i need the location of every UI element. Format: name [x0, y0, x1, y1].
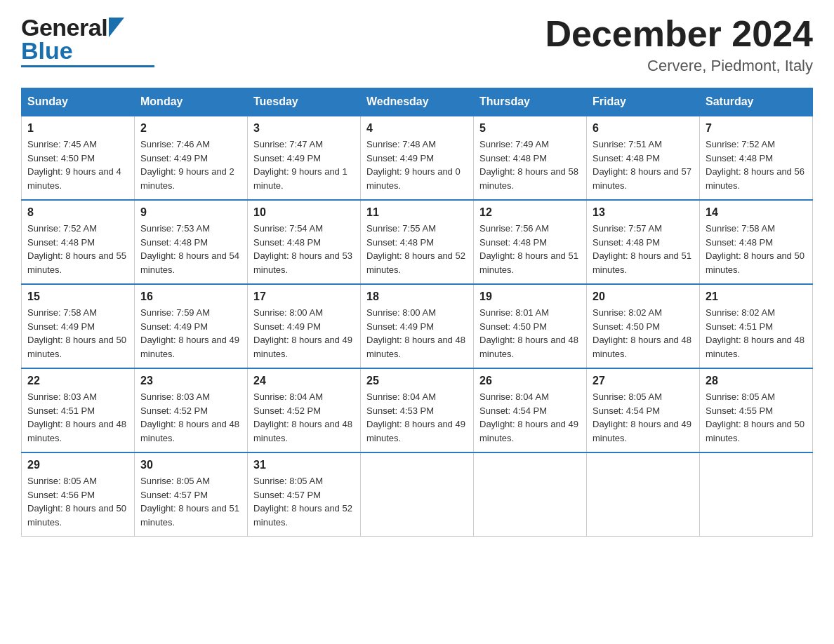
calendar-cell: 14 Sunrise: 7:58 AM Sunset: 4:48 PM Dayl…: [700, 200, 813, 284]
day-number: 5: [479, 122, 581, 135]
day-info: Sunrise: 8:05 AM Sunset: 4:54 PM Dayligh…: [593, 391, 691, 443]
day-number: 31: [253, 459, 355, 471]
day-number: 15: [27, 290, 128, 303]
day-number: 29: [27, 459, 128, 471]
col-tuesday: Tuesday: [248, 88, 361, 116]
calendar-cell: 1 Sunrise: 7:45 AM Sunset: 4:50 PM Dayli…: [22, 116, 135, 200]
day-number: 2: [140, 122, 241, 135]
logo-blue-text: Blue: [21, 37, 73, 64]
calendar-cell: 23 Sunrise: 8:03 AM Sunset: 4:52 PM Dayl…: [135, 368, 248, 452]
calendar-cell: [587, 452, 700, 537]
day-info: Sunrise: 8:02 AM Sunset: 4:50 PM Dayligh…: [593, 307, 691, 359]
calendar-cell: 6 Sunrise: 7:51 AM Sunset: 4:48 PM Dayli…: [587, 116, 700, 200]
day-number: 23: [140, 375, 241, 387]
calendar-title: December 2024: [545, 14, 813, 54]
calendar-cell: 15 Sunrise: 7:58 AM Sunset: 4:49 PM Dayl…: [22, 284, 135, 368]
day-info: Sunrise: 7:52 AM Sunset: 4:48 PM Dayligh…: [27, 223, 126, 275]
day-info: Sunrise: 7:56 AM Sunset: 4:48 PM Dayligh…: [479, 223, 578, 275]
calendar-cell: 31 Sunrise: 8:05 AM Sunset: 4:57 PM Dayl…: [248, 452, 361, 537]
day-number: 22: [27, 375, 128, 387]
col-thursday: Thursday: [474, 88, 587, 116]
calendar-table: Sunday Monday Tuesday Wednesday Thursday…: [21, 88, 813, 537]
calendar-cell: 29 Sunrise: 8:05 AM Sunset: 4:56 PM Dayl…: [22, 452, 135, 537]
day-info: Sunrise: 7:52 AM Sunset: 4:48 PM Dayligh…: [706, 139, 805, 191]
logo: General Blue: [21, 14, 154, 67]
calendar-cell: 22 Sunrise: 8:03 AM Sunset: 4:51 PM Dayl…: [22, 368, 135, 452]
calendar-cell: [361, 452, 474, 537]
calendar-cell: 19 Sunrise: 8:01 AM Sunset: 4:50 PM Dayl…: [474, 284, 587, 368]
calendar-week-row: 15 Sunrise: 7:58 AM Sunset: 4:49 PM Dayl…: [22, 284, 813, 368]
calendar-cell: 17 Sunrise: 8:00 AM Sunset: 4:49 PM Dayl…: [248, 284, 361, 368]
calendar-header-row: Sunday Monday Tuesday Wednesday Thursday…: [22, 88, 813, 116]
day-number: 4: [366, 122, 468, 135]
svg-marker-0: [109, 18, 124, 37]
day-info: Sunrise: 8:05 AM Sunset: 4:55 PM Dayligh…: [706, 391, 805, 443]
calendar-subtitle: Cervere, Piedmont, Italy: [545, 57, 813, 75]
day-number: 28: [706, 375, 807, 387]
day-info: Sunrise: 8:03 AM Sunset: 4:51 PM Dayligh…: [27, 391, 126, 443]
day-info: Sunrise: 8:04 AM Sunset: 4:52 PM Dayligh…: [253, 391, 352, 443]
day-number: 3: [253, 122, 355, 135]
day-number: 27: [593, 375, 694, 387]
day-info: Sunrise: 8:04 AM Sunset: 4:53 PM Dayligh…: [366, 391, 465, 443]
day-number: 16: [140, 290, 241, 303]
calendar-cell: 3 Sunrise: 7:47 AM Sunset: 4:49 PM Dayli…: [248, 116, 361, 200]
day-number: 12: [479, 206, 581, 219]
day-info: Sunrise: 7:46 AM Sunset: 4:49 PM Dayligh…: [140, 139, 234, 191]
logo-arrow-icon: [109, 18, 124, 37]
day-number: 11: [366, 206, 468, 219]
day-number: 26: [479, 375, 581, 387]
calendar-cell: 28 Sunrise: 8:05 AM Sunset: 4:55 PM Dayl…: [700, 368, 813, 452]
day-info: Sunrise: 8:01 AM Sunset: 4:50 PM Dayligh…: [479, 307, 578, 359]
day-info: Sunrise: 7:49 AM Sunset: 4:48 PM Dayligh…: [479, 139, 578, 191]
col-wednesday: Wednesday: [361, 88, 474, 116]
day-number: 10: [253, 206, 355, 219]
calendar-week-row: 1 Sunrise: 7:45 AM Sunset: 4:50 PM Dayli…: [22, 116, 813, 200]
calendar-cell: 11 Sunrise: 7:55 AM Sunset: 4:48 PM Dayl…: [361, 200, 474, 284]
calendar-cell: 9 Sunrise: 7:53 AM Sunset: 4:48 PM Dayli…: [135, 200, 248, 284]
calendar-cell: 18 Sunrise: 8:00 AM Sunset: 4:49 PM Dayl…: [361, 284, 474, 368]
day-info: Sunrise: 7:58 AM Sunset: 4:48 PM Dayligh…: [706, 223, 805, 275]
calendar-cell: 7 Sunrise: 7:52 AM Sunset: 4:48 PM Dayli…: [700, 116, 813, 200]
day-info: Sunrise: 8:02 AM Sunset: 4:51 PM Dayligh…: [706, 307, 805, 359]
calendar-cell: 4 Sunrise: 7:48 AM Sunset: 4:49 PM Dayli…: [361, 116, 474, 200]
calendar-cell: 25 Sunrise: 8:04 AM Sunset: 4:53 PM Dayl…: [361, 368, 474, 452]
day-number: 21: [706, 290, 807, 303]
day-number: 8: [27, 206, 128, 219]
day-info: Sunrise: 7:47 AM Sunset: 4:49 PM Dayligh…: [253, 139, 348, 191]
page-header: General Blue December 2024 Cervere, Pied…: [21, 14, 813, 75]
calendar-week-row: 8 Sunrise: 7:52 AM Sunset: 4:48 PM Dayli…: [22, 200, 813, 284]
calendar-cell: [700, 452, 813, 537]
day-info: Sunrise: 7:45 AM Sunset: 4:50 PM Dayligh…: [27, 139, 121, 191]
calendar-cell: 8 Sunrise: 7:52 AM Sunset: 4:48 PM Dayli…: [22, 200, 135, 284]
day-number: 18: [366, 290, 468, 303]
calendar-cell: 20 Sunrise: 8:02 AM Sunset: 4:50 PM Dayl…: [587, 284, 700, 368]
calendar-week-row: 22 Sunrise: 8:03 AM Sunset: 4:51 PM Dayl…: [22, 368, 813, 452]
calendar-cell: 10 Sunrise: 7:54 AM Sunset: 4:48 PM Dayl…: [248, 200, 361, 284]
calendar-cell: 2 Sunrise: 7:46 AM Sunset: 4:49 PM Dayli…: [135, 116, 248, 200]
day-number: 25: [366, 375, 468, 387]
calendar-cell: 27 Sunrise: 8:05 AM Sunset: 4:54 PM Dayl…: [587, 368, 700, 452]
day-number: 9: [140, 206, 241, 219]
day-number: 17: [253, 290, 355, 303]
day-number: 30: [140, 459, 241, 471]
day-info: Sunrise: 8:00 AM Sunset: 4:49 PM Dayligh…: [366, 307, 465, 359]
calendar-cell: 13 Sunrise: 7:57 AM Sunset: 4:48 PM Dayl…: [587, 200, 700, 284]
day-info: Sunrise: 7:48 AM Sunset: 4:49 PM Dayligh…: [366, 139, 461, 191]
day-number: 24: [253, 375, 355, 387]
col-saturday: Saturday: [700, 88, 813, 116]
day-number: 20: [593, 290, 694, 303]
day-info: Sunrise: 7:58 AM Sunset: 4:49 PM Dayligh…: [27, 307, 126, 359]
calendar-week-row: 29 Sunrise: 8:05 AM Sunset: 4:56 PM Dayl…: [22, 452, 813, 537]
calendar-cell: 12 Sunrise: 7:56 AM Sunset: 4:48 PM Dayl…: [474, 200, 587, 284]
calendar-cell: 26 Sunrise: 8:04 AM Sunset: 4:54 PM Dayl…: [474, 368, 587, 452]
calendar-cell: 21 Sunrise: 8:02 AM Sunset: 4:51 PM Dayl…: [700, 284, 813, 368]
title-block: December 2024 Cervere, Piedmont, Italy: [545, 14, 813, 75]
calendar-cell: 30 Sunrise: 8:05 AM Sunset: 4:57 PM Dayl…: [135, 452, 248, 537]
day-number: 19: [479, 290, 581, 303]
calendar-cell: [474, 452, 587, 537]
logo-underline: [21, 65, 154, 67]
day-info: Sunrise: 7:51 AM Sunset: 4:48 PM Dayligh…: [593, 139, 691, 191]
day-number: 6: [593, 122, 694, 135]
col-monday: Monday: [135, 88, 248, 116]
